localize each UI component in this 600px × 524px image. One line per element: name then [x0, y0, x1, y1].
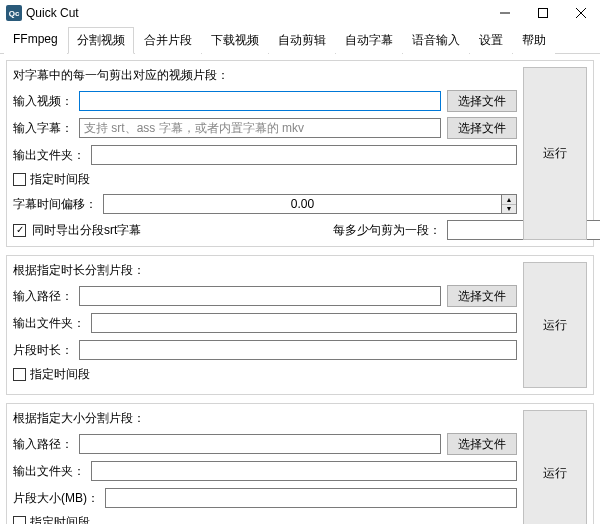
offset-spin-up[interactable]: ▲	[502, 195, 516, 205]
choose-file-sub-button[interactable]: 选择文件	[447, 117, 517, 139]
tab-download[interactable]: 下载视频	[202, 27, 268, 54]
input-path-label-2: 输入路径：	[13, 288, 73, 305]
offset-label: 字幕时间偏移：	[13, 196, 97, 213]
offset-spin-down[interactable]: ▼	[502, 205, 516, 214]
window-title: Quick Cut	[26, 6, 486, 20]
export-srt-label: 同时导出分段srt字幕	[32, 222, 141, 239]
every-label: 每多少句剪为一段：	[333, 222, 441, 239]
choose-file-button-3[interactable]: 选择文件	[447, 433, 517, 455]
input-path-field-3[interactable]	[79, 434, 441, 454]
input-path-label-3: 输入路径：	[13, 436, 73, 453]
out-folder-label-3: 输出文件夹：	[13, 463, 85, 480]
maximize-button[interactable]	[524, 0, 562, 26]
duration-label: 片段时长：	[13, 342, 73, 359]
input-video-field[interactable]	[79, 91, 441, 111]
specify-time-checkbox-1[interactable]	[13, 173, 26, 186]
specify-time-label-3: 指定时间段	[30, 514, 90, 524]
specify-time-checkbox-2[interactable]	[13, 368, 26, 381]
out-folder-field-3[interactable]	[91, 461, 517, 481]
specify-time-label-2: 指定时间段	[30, 366, 90, 383]
out-folder-field-1[interactable]	[91, 145, 517, 165]
input-sub-label: 输入字幕：	[13, 120, 73, 137]
out-folder-label-1: 输出文件夹：	[13, 147, 85, 164]
run-button-2[interactable]: 运行	[523, 262, 587, 388]
duration-field[interactable]	[79, 340, 517, 360]
tab-help[interactable]: 帮助	[513, 27, 555, 54]
specify-time-checkbox-3[interactable]	[13, 516, 26, 524]
app-icon: Qc	[6, 5, 22, 21]
section-subtitle-split: 对字幕中的每一句剪出对应的视频片段： 输入视频： 选择文件 输入字幕： 选择文件…	[6, 60, 594, 247]
close-button[interactable]	[562, 0, 600, 26]
tab-voice-input[interactable]: 语音输入	[403, 27, 469, 54]
run-button-3[interactable]: 运行	[523, 410, 587, 524]
choose-file-button-2[interactable]: 选择文件	[447, 285, 517, 307]
section-duration-split: 根据指定时长分割片段： 输入路径： 选择文件 输出文件夹： 片段时长： 指定时间…	[6, 255, 594, 395]
tab-split-video[interactable]: 分割视频	[68, 27, 134, 54]
tab-ffmpeg[interactable]: FFmpeg	[4, 27, 67, 54]
export-srt-checkbox[interactable]	[13, 224, 26, 237]
titlebar: Qc Quick Cut	[0, 0, 600, 26]
specify-time-label-1: 指定时间段	[30, 171, 90, 188]
input-path-field-2[interactable]	[79, 286, 441, 306]
tab-bar: FFmpeg 分割视频 合并片段 下载视频 自动剪辑 自动字幕 语音输入 设置 …	[0, 26, 600, 54]
tab-auto-edit[interactable]: 自动剪辑	[269, 27, 335, 54]
input-sub-field[interactable]	[79, 118, 441, 138]
size-label: 片段大小(MB)：	[13, 490, 99, 507]
input-video-label: 输入视频：	[13, 93, 73, 110]
size-field[interactable]	[105, 488, 517, 508]
tab-auto-sub[interactable]: 自动字幕	[336, 27, 402, 54]
out-folder-field-2[interactable]	[91, 313, 517, 333]
choose-file-video-button[interactable]: 选择文件	[447, 90, 517, 112]
tab-merge[interactable]: 合并片段	[135, 27, 201, 54]
section1-desc: 对字幕中的每一句剪出对应的视频片段：	[13, 67, 517, 84]
out-folder-label-2: 输出文件夹：	[13, 315, 85, 332]
minimize-button[interactable]	[486, 0, 524, 26]
svg-rect-1	[539, 9, 548, 18]
content: 对字幕中的每一句剪出对应的视频片段： 输入视频： 选择文件 输入字幕： 选择文件…	[0, 54, 600, 524]
section3-desc: 根据指定大小分割片段：	[13, 410, 517, 427]
section2-desc: 根据指定时长分割片段：	[13, 262, 517, 279]
tab-settings[interactable]: 设置	[470, 27, 512, 54]
run-button-1[interactable]: 运行	[523, 67, 587, 240]
offset-field[interactable]	[103, 194, 501, 214]
section-size-split: 根据指定大小分割片段： 输入路径： 选择文件 输出文件夹： 片段大小(MB)： …	[6, 403, 594, 524]
